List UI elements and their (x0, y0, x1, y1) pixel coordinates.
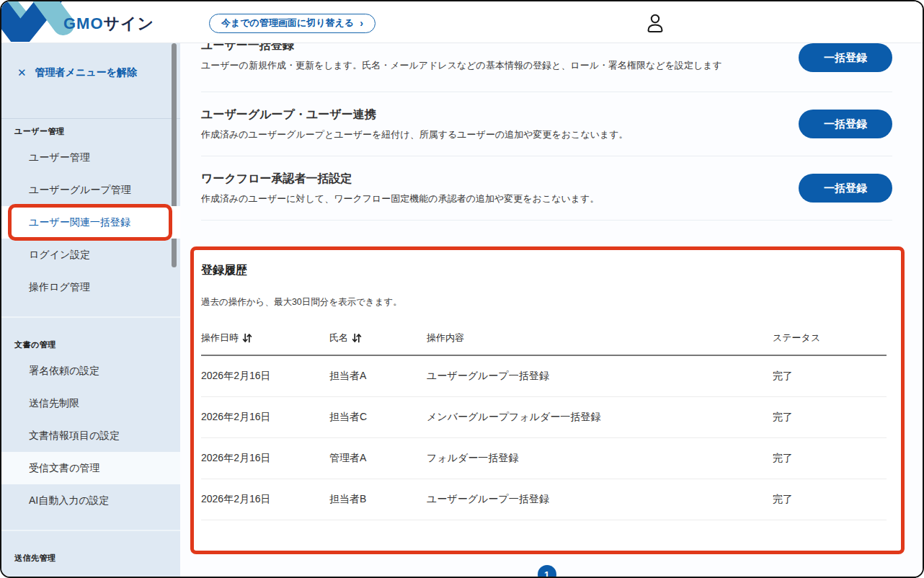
cell-status: 完了 (773, 411, 887, 424)
history-table-row: 2026年2月16日 担当者C メンバーグループフォルダー一括登録 完了 (201, 397, 887, 438)
cell-operation: ユーザーグループ一括登録 (427, 493, 773, 506)
sidebar-item-ai-autofill-settings[interactable]: AI自動入力の設定 (1, 484, 180, 517)
action-description: 作成済みのユーザーに対して、ワークフロー固定機能の承認者の追加や変更をおこないま… (201, 192, 599, 205)
pagination: 1 (201, 565, 892, 578)
action-title: ユーザーグループ・ユーザー連携 (201, 107, 628, 123)
page-1-button[interactable]: 1 (538, 565, 556, 578)
action-description: 作成済みのユーザーグループとユーザーを紐付け、所属するユーザーの追加や変更をおこ… (201, 128, 628, 141)
admin-sidebar: ✕ 管理者メニューを解除 ユーザー管理 ユーザー管理 ユーザーグループ管理 ユー… (1, 43, 180, 578)
column-header-name[interactable]: 氏名 (329, 332, 427, 344)
switch-admin-screen-label: 今までの管理画面に切り替える (221, 17, 354, 30)
cell-operation: ユーザーグループ一括登録 (427, 370, 773, 383)
sidebar-item-operation-log[interactable]: 操作ログ管理 (1, 271, 180, 303)
sidebar-section-title: ユーザー管理 (1, 123, 180, 141)
main-content: ユーザー一括登録 ユーザーの新規作成・更新をします。氏名・メールアドレスなどの基… (180, 43, 923, 578)
sidebar-item-user-management[interactable]: ユーザー管理 (1, 141, 180, 174)
cell-operation: フォルダー一括登録 (427, 452, 773, 465)
action-text-block: ワークフロー承認者一括設定 作成済みのユーザーに対して、ワークフロー固定機能の承… (201, 171, 599, 205)
cell-operation-date: 2026年2月16日 (201, 411, 329, 424)
sidebar-item-login-settings[interactable]: ログイン設定 (1, 239, 180, 271)
bulk-register-button[interactable]: 一括登録 (799, 43, 892, 72)
sidebar-close-label: 管理者メニューを解除 (35, 66, 137, 79)
cell-operation: メンバーグループフォルダー一括登録 (427, 411, 773, 424)
action-title: ワークフロー承認者一括設定 (201, 171, 599, 187)
history-table: 操作日時 氏名 (201, 332, 887, 520)
switch-admin-screen-button[interactable]: 今までの管理画面に切り替える › (209, 14, 376, 33)
bulk-register-button[interactable]: 一括登録 (799, 174, 892, 203)
cell-name: 管理者A (329, 452, 427, 465)
user-account-icon[interactable] (645, 12, 665, 34)
action-title: ユーザー一括登録 (201, 43, 722, 53)
cell-name: 担当者A (329, 370, 427, 383)
cell-operation-date: 2026年2月16日 (201, 493, 329, 506)
sidebar-item-destination-restriction[interactable]: 送信先制限 (1, 387, 180, 419)
action-text-block: ユーザーグループ・ユーザー連携 作成済みのユーザーグループとユーザーを紐付け、所… (201, 107, 628, 141)
action-row-workflow-approver: ワークフロー承認者一括設定 作成済みのユーザーに対して、ワークフロー固定機能の承… (201, 156, 892, 221)
cell-operation-date: 2026年2月16日 (201, 370, 329, 383)
sidebar-section-title: 送信先管理 (1, 550, 180, 568)
cell-status: 完了 (773, 452, 887, 465)
sort-icon[interactable] (242, 333, 252, 343)
cell-name: 担当者C (329, 411, 427, 424)
sidebar-section-user-management: ユーザー管理 ユーザー管理 ユーザーグループ管理 ユーザー関連一括登録 ログイン… (1, 119, 180, 303)
close-icon: ✕ (17, 66, 27, 79)
logo-sign: サイン (104, 14, 155, 32)
top-header: GMOサイン 今までの管理画面に切り替える › (1, 1, 923, 43)
action-description: ユーザーの新規作成・更新をします。氏名・メールアドレスなどの基本情報の登録と、ロ… (201, 59, 722, 72)
action-row-user-group-linkage: ユーザーグループ・ユーザー連携 作成済みのユーザーグループとユーザーを紐付け、所… (201, 92, 892, 156)
cell-name: 担当者B (329, 493, 427, 506)
history-title: 登録履歴 (201, 263, 887, 277)
sidebar-section-document-management: 文書の管理 署名依頼の設定 送信先制限 文書情報項目の設定 受信文書の管理 AI… (1, 316, 180, 517)
sidebar-item-signature-request-settings[interactable]: 署名依頼の設定 (1, 355, 180, 387)
history-table-row: 2026年2月16日 担当者B ユーザーグループ一括登録 完了 (201, 479, 887, 520)
sidebar-section-title: 文書の管理 (1, 337, 180, 355)
cell-status: 完了 (773, 370, 887, 383)
chevron-right-icon: › (360, 18, 363, 28)
sidebar-item-shared-address-book[interactable]: 共有アドレス帳管理 (1, 568, 180, 578)
registration-history-section: 登録履歴 過去の操作から、最大30日間分を表示できます。 操作日時 氏名 (190, 246, 905, 554)
column-header-operation: 操作内容 (427, 332, 773, 344)
history-table-row: 2026年2月16日 担当者A ユーザーグループ一括登録 完了 (201, 356, 887, 397)
history-table-header: 操作日時 氏名 (201, 332, 887, 356)
gmo-sign-logo-text: GMOサイン (63, 13, 154, 35)
app-window: GMOサイン 今までの管理画面に切り替える › ✕ 管理者メニューを解除 ユーザ… (0, 0, 924, 578)
history-table-row: 2026年2月16日 管理者A フォルダー一括登録 完了 (201, 438, 887, 479)
sidebar-section-destination-management: 送信先管理 共有アドレス帳管理 (1, 530, 180, 578)
sidebar-item-user-bulk-registration[interactable]: ユーザー関連一括登録 (1, 206, 180, 239)
history-subtitle: 過去の操作から、最大30日間分を表示できます。 (201, 296, 887, 308)
cell-status: 完了 (773, 493, 887, 506)
sort-icon[interactable] (352, 333, 362, 343)
sidebar-item-user-group-management[interactable]: ユーザーグループ管理 (1, 174, 180, 206)
sidebar-item-received-documents[interactable]: 受信文書の管理 (1, 452, 180, 484)
sidebar-close-admin-menu[interactable]: ✕ 管理者メニューを解除 (1, 43, 180, 119)
column-header-status: ステータス (773, 332, 887, 344)
column-header-operation-date[interactable]: 操作日時 (201, 332, 329, 344)
logo-gmo: GMO (63, 14, 104, 32)
cell-operation-date: 2026年2月16日 (201, 452, 329, 465)
action-text-block: ユーザー一括登録 ユーザーの新規作成・更新をします。氏名・メールアドレスなどの基… (201, 44, 722, 72)
action-row-user-bulk-registration: ユーザー一括登録 ユーザーの新規作成・更新をします。氏名・メールアドレスなどの基… (201, 43, 892, 92)
bulk-register-button[interactable]: 一括登録 (799, 110, 892, 138)
sidebar-item-label: ユーザー関連一括登録 (29, 216, 130, 228)
sidebar-item-document-info-settings[interactable]: 文書情報項目の設定 (1, 419, 180, 452)
